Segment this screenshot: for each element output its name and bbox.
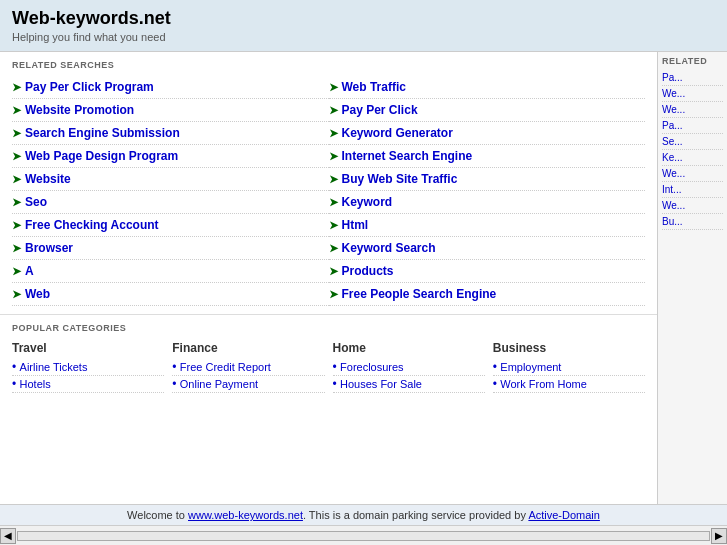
link-item-left: ➤Browser	[12, 237, 329, 260]
related-link[interactable]: Internet Search Engine	[342, 149, 473, 163]
page-wrapper: Web-keywords.net Helping you find what y…	[0, 0, 727, 545]
category-item: Foreclosures	[333, 359, 485, 376]
site-title: Web-keywords.net	[12, 8, 715, 29]
category-item: Airline Tickets	[12, 359, 164, 376]
category-link[interactable]: Work From Home	[500, 378, 587, 390]
link-item-left: ➤Seo	[12, 191, 329, 214]
link-item-right: ➤Keyword	[329, 191, 646, 214]
sidebar-link[interactable]: We...	[662, 198, 723, 214]
sidebar-links: Pa...We...We...Pa...Se...Ke...We...Int..…	[662, 70, 723, 230]
link-item-left: ➤Search Engine Submission	[12, 122, 329, 145]
link-item-right: ➤Html	[329, 214, 646, 237]
footer-text-before: Welcome to	[127, 509, 188, 521]
footer: Welcome to www.web-keywords.net. This is…	[0, 504, 727, 525]
related-link[interactable]: Free People Search Engine	[342, 287, 497, 301]
related-link[interactable]: Seo	[25, 195, 47, 209]
arrow-icon: ➤	[12, 242, 21, 255]
category-column: TravelAirline TicketsHotels	[12, 341, 164, 393]
sidebar-link[interactable]: Bu...	[662, 214, 723, 230]
category-column: FinanceFree Credit ReportOnline Payment	[172, 341, 324, 393]
sidebar-link[interactable]: Pa...	[662, 70, 723, 86]
category-item: Online Payment	[172, 376, 324, 393]
arrow-icon: ➤	[329, 127, 338, 140]
sidebar-link[interactable]: Pa...	[662, 118, 723, 134]
arrow-icon: ➤	[12, 173, 21, 186]
related-link[interactable]: Buy Web Site Traffic	[342, 172, 458, 186]
category-link[interactable]: Airline Tickets	[20, 361, 88, 373]
sidebar-link[interactable]: We...	[662, 166, 723, 182]
sidebar-link[interactable]: Ke...	[662, 150, 723, 166]
arrow-icon: ➤	[329, 288, 338, 301]
category-title: Business	[493, 341, 645, 355]
sidebar-link[interactable]: We...	[662, 102, 723, 118]
arrow-icon: ➤	[329, 196, 338, 209]
category-title: Home	[333, 341, 485, 355]
related-link[interactable]: Products	[342, 264, 394, 278]
category-item: Hotels	[12, 376, 164, 393]
site-tagline: Helping you find what you need	[12, 31, 715, 43]
link-item-right: ➤Internet Search Engine	[329, 145, 646, 168]
arrow-icon: ➤	[12, 104, 21, 117]
category-link[interactable]: Free Credit Report	[180, 361, 271, 373]
sidebar-link[interactable]: Int...	[662, 182, 723, 198]
related-link[interactable]: Keyword Search	[342, 241, 436, 255]
arrow-icon: ➤	[329, 81, 338, 94]
category-item: Work From Home	[493, 376, 645, 393]
related-link[interactable]: Web Page Design Program	[25, 149, 178, 163]
scroll-left-button[interactable]: ◀	[0, 528, 16, 544]
arrow-icon: ➤	[329, 173, 338, 186]
related-link[interactable]: Html	[342, 218, 369, 232]
header: Web-keywords.net Helping you find what y…	[0, 0, 727, 52]
related-link[interactable]: Pay Per Click	[342, 103, 418, 117]
category-link[interactable]: Houses For Sale	[340, 378, 422, 390]
link-item-right: ➤Keyword Generator	[329, 122, 646, 145]
related-link[interactable]: Search Engine Submission	[25, 126, 180, 140]
category-link[interactable]: Online Payment	[180, 378, 258, 390]
sidebar-link[interactable]: Se...	[662, 134, 723, 150]
popular-categories-label: POPULAR CATEGORIES	[12, 323, 645, 333]
related-link[interactable]: Pay Per Click Program	[25, 80, 154, 94]
link-item-right: ➤Products	[329, 260, 646, 283]
related-link[interactable]: Website Promotion	[25, 103, 134, 117]
arrow-icon: ➤	[12, 150, 21, 163]
related-searches-section: RELATED SEARCHES ➤Pay Per Click Program➤…	[0, 52, 657, 315]
related-link[interactable]: Keyword	[342, 195, 393, 209]
sidebar-related-label: RELATED	[662, 56, 723, 66]
link-item-left: ➤Web	[12, 283, 329, 306]
footer-text-middle: . This is a domain parking service provi…	[303, 509, 528, 521]
category-title: Travel	[12, 341, 164, 355]
link-item-left: ➤Website	[12, 168, 329, 191]
category-item: Houses For Sale	[333, 376, 485, 393]
arrow-icon: ➤	[329, 150, 338, 163]
link-item-right: ➤Free People Search Engine	[329, 283, 646, 306]
related-link[interactable]: Browser	[25, 241, 73, 255]
popular-categories-section: POPULAR CATEGORIES TravelAirline Tickets…	[0, 315, 657, 401]
link-item-left: ➤Web Page Design Program	[12, 145, 329, 168]
sidebar-link[interactable]: We...	[662, 86, 723, 102]
related-link[interactable]: A	[25, 264, 34, 278]
center-content: RELATED SEARCHES ➤Pay Per Click Program➤…	[0, 52, 657, 504]
footer-site-link[interactable]: www.web-keywords.net	[188, 509, 303, 521]
link-item-right: ➤Buy Web Site Traffic	[329, 168, 646, 191]
arrow-icon: ➤	[12, 196, 21, 209]
related-link[interactable]: Keyword Generator	[342, 126, 453, 140]
scroll-right-button[interactable]: ▶	[711, 528, 727, 544]
category-link[interactable]: Hotels	[20, 378, 51, 390]
arrow-icon: ➤	[329, 219, 338, 232]
related-link[interactable]: Free Checking Account	[25, 218, 159, 232]
arrow-icon: ➤	[329, 104, 338, 117]
footer-provider-link[interactable]: Active-Domain	[528, 509, 600, 521]
related-link[interactable]: Website	[25, 172, 71, 186]
link-item-right: ➤Web Traffic	[329, 76, 646, 99]
category-link[interactable]: Foreclosures	[340, 361, 404, 373]
scroll-track	[17, 531, 710, 541]
link-item-left: ➤A	[12, 260, 329, 283]
arrow-icon: ➤	[12, 265, 21, 278]
category-item: Employment	[493, 359, 645, 376]
category-column: BusinessEmploymentWork From Home	[493, 341, 645, 393]
arrow-icon: ➤	[12, 127, 21, 140]
related-link[interactable]: Web Traffic	[342, 80, 406, 94]
related-link[interactable]: Web	[25, 287, 50, 301]
link-item-right: ➤Keyword Search	[329, 237, 646, 260]
category-link[interactable]: Employment	[500, 361, 561, 373]
